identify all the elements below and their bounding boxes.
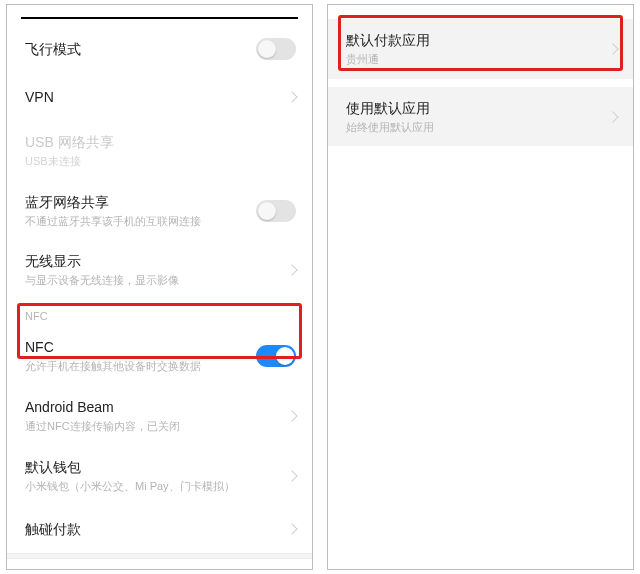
row-title: 默认付款应用 xyxy=(346,31,601,50)
chevron-right-icon xyxy=(607,111,618,122)
toggle-nfc[interactable] xyxy=(256,345,296,367)
chevron-right-icon xyxy=(607,43,618,54)
row-bluetooth-tethering[interactable]: 蓝牙网络共享 不通过蓝牙共享该手机的互联网连接 xyxy=(7,181,312,241)
row-subtitle: 通过NFC连接传输内容，已关闭 xyxy=(25,419,280,434)
row-use-default-app[interactable]: 使用默认应用 始终使用默认应用 xyxy=(328,87,633,147)
left-screen: 飞行模式 VPN USB 网络共享 USB未连接 蓝牙网络共享 不通过蓝牙共享该… xyxy=(6,4,313,570)
row-usb-tethering: USB 网络共享 USB未连接 xyxy=(7,121,312,181)
row-subtitle: 不通过蓝牙共享该手机的互联网连接 xyxy=(25,214,248,229)
row-subtitle: 贵州通 xyxy=(346,52,601,67)
row-title: 飞行模式 xyxy=(25,40,248,59)
row-airplane-mode[interactable]: 飞行模式 xyxy=(7,25,312,73)
row-title: 默认钱包 xyxy=(25,458,280,477)
row-subtitle: 小米钱包（小米公交、Mi Pay、门卡模拟） xyxy=(25,479,280,494)
row-title: NFC xyxy=(25,338,248,357)
row-title: Android Beam xyxy=(25,398,280,417)
row-title: 触碰付款 xyxy=(25,520,280,539)
row-default-wallet[interactable]: 默认钱包 小米钱包（小米公交、Mi Pay、门卡模拟） xyxy=(7,446,312,506)
chevron-right-icon xyxy=(286,470,297,481)
status-bar xyxy=(21,17,298,19)
row-tap-to-pay[interactable]: 触碰付款 xyxy=(7,505,312,553)
row-android-beam[interactable]: Android Beam 通过NFC连接传输内容，已关闭 xyxy=(7,386,312,446)
row-default-payment-app[interactable]: 默认付款应用 贵州通 xyxy=(328,19,633,79)
chevron-right-icon xyxy=(286,524,297,535)
row-vpn[interactable]: VPN xyxy=(7,73,312,121)
payment-settings-list: 默认付款应用 贵州通 使用默认应用 始终使用默认应用 xyxy=(328,5,633,146)
section-header-nfc: NFC xyxy=(7,300,312,326)
row-title: 使用默认应用 xyxy=(346,99,601,118)
row-subtitle: USB未连接 xyxy=(25,154,296,169)
chevron-right-icon xyxy=(286,91,297,102)
row-title: 蓝牙网络共享 xyxy=(25,193,248,212)
row-reset-network[interactable]: 重置 WLAN、移动数据网络和蓝牙设置 xyxy=(7,559,312,570)
row-nfc[interactable]: NFC 允许手机在接触其他设备时交换数据 xyxy=(7,326,312,386)
row-title: 无线显示 xyxy=(25,252,280,271)
row-title: USB 网络共享 xyxy=(25,133,296,152)
toggle-airplane[interactable] xyxy=(256,38,296,60)
row-title: VPN xyxy=(25,88,280,107)
toggle-bt-tether[interactable] xyxy=(256,200,296,222)
row-subtitle: 始终使用默认应用 xyxy=(346,120,601,135)
chevron-right-icon xyxy=(286,410,297,421)
settings-list: 飞行模式 VPN USB 网络共享 USB未连接 蓝牙网络共享 不通过蓝牙共享该… xyxy=(7,25,312,570)
row-wireless-display[interactable]: 无线显示 与显示设备无线连接，显示影像 xyxy=(7,240,312,300)
right-screen: 默认付款应用 贵州通 使用默认应用 始终使用默认应用 xyxy=(327,4,634,570)
row-subtitle: 允许手机在接触其他设备时交换数据 xyxy=(25,359,248,374)
chevron-right-icon xyxy=(286,265,297,276)
row-subtitle: 与显示设备无线连接，显示影像 xyxy=(25,273,280,288)
